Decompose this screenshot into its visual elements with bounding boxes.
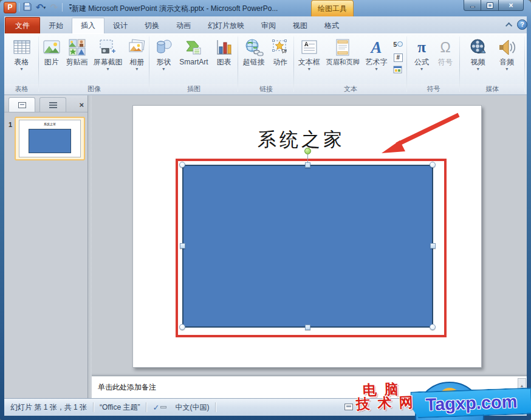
action-icon (271, 37, 289, 58)
red-annotation-arrow (92, 95, 527, 374)
normal-view-button[interactable] (344, 404, 353, 410)
spellcheck-book-icon (160, 406, 166, 408)
symbol-icon: Ω (440, 38, 450, 57)
tab-insert[interactable]: 插入 (72, 18, 104, 33)
ribbon: 表格 ▾ 表格 图片 剪贴画 (4, 33, 527, 94)
header-footer-icon (334, 37, 352, 58)
ribbon-group-media: 视频 ▾ 音频 ▾ 媒体 (460, 34, 525, 94)
shapes-button[interactable]: 形状 ▾ (152, 36, 174, 73)
picture-button[interactable]: 图片 (41, 36, 63, 67)
tab-design[interactable]: 设计 (104, 18, 136, 33)
wordart-icon: A (371, 38, 382, 57)
title-bar: P ↶ ▾ ↷ ▾ 新建 Microsoft PowerPoint 演示文稿.p… (0, 0, 531, 16)
notes-placeholder: 单击此处添加备注 (98, 382, 156, 393)
ribbon-group-images: 图片 剪贴画 屏幕截图 ▾ (39, 34, 149, 94)
scroll-up-icon: ▲ (520, 384, 524, 388)
slide-thumbnail-page: 系统之家 (19, 120, 81, 157)
table-button[interactable]: 表格 ▾ (11, 36, 33, 73)
qat-separator (19, 3, 19, 12)
save-button[interactable] (22, 2, 33, 13)
thumbnail-shape (29, 129, 71, 153)
outline-tab[interactable] (39, 97, 66, 112)
undo-button[interactable]: ↶ ▾ (35, 2, 46, 13)
hyperlink-icon (244, 37, 264, 58)
tab-home[interactable]: 开始 (40, 18, 72, 33)
equation-button[interactable]: π 公式 ▾ (413, 36, 431, 73)
status-bar: 幻灯片 第 1 张，共 1 张 “Office 主题” ✓ 中文(中国) (4, 398, 527, 416)
outline-tab-icon (49, 102, 57, 108)
ribbon-group-text: 文本框 ▾ 页眉和页脚 A 艺术字 ▾ 5 (294, 34, 407, 94)
slide-number-button[interactable]: # (391, 52, 405, 63)
notes-pane[interactable]: 单击此处添加备注 ▲ (92, 374, 527, 398)
group-label-links: 链接 (238, 84, 294, 94)
tab-transitions[interactable]: 切换 (136, 18, 168, 33)
slides-tab-icon (18, 102, 26, 108)
action-button[interactable]: 动作 (269, 36, 291, 67)
drawing-tools-contextual-header: 绘图工具 (311, 0, 354, 16)
status-theme-button[interactable]: “Office 主题” (94, 402, 146, 413)
status-slide-info: 幻灯片 第 1 张，共 1 张 (4, 402, 93, 413)
notes-scrollbar[interactable]: ▲ (518, 378, 526, 399)
powerpoint-window: P ↶ ▾ ↷ ▾ 新建 Microsoft PowerPoint 演示文稿.p… (0, 0, 531, 420)
close-icon: × (509, 1, 513, 10)
close-button[interactable]: × (498, 0, 524, 11)
minimize-icon (470, 6, 475, 8)
wordart-button[interactable]: A 艺术字 ▾ (363, 36, 389, 73)
ribbon-group-tables: 表格 ▾ 表格 (4, 34, 39, 94)
photo-album-icon (128, 37, 146, 58)
group-label-tables: 表格 (4, 84, 39, 94)
status-language-button[interactable]: 中文(中国) (169, 402, 215, 413)
header-footer-button[interactable]: 页眉和页脚 (324, 36, 361, 67)
close-panel-icon[interactable]: × (79, 102, 84, 109)
minimize-button[interactable] (464, 0, 481, 11)
redo-icon: ↷ (50, 2, 58, 13)
slides-outline-tabstrip: × (4, 95, 87, 112)
photo-album-button[interactable]: 相册 ▾ (126, 36, 148, 73)
window-title: 新建 Microsoft PowerPoint 演示文稿.pptx - Micr… (72, 4, 278, 14)
audio-button[interactable]: 音频 ▾ (496, 36, 518, 73)
qat-separator (62, 3, 63, 12)
slides-tab[interactable] (9, 97, 35, 112)
picture-icon (43, 37, 61, 58)
clipart-icon (68, 37, 86, 58)
thumbnail-title-text: 系统之家 (19, 122, 80, 126)
save-icon (22, 1, 32, 13)
smartart-button[interactable]: SmartArt (177, 36, 210, 67)
video-icon (469, 37, 487, 58)
maximize-button[interactable] (481, 0, 498, 11)
tab-animations[interactable]: 动画 (168, 18, 199, 33)
chart-button[interactable]: 图表 (213, 36, 235, 67)
maximize-icon (487, 3, 493, 8)
object-icon (393, 66, 403, 77)
tab-slideshow[interactable]: 幻灯片放映 (199, 18, 253, 33)
undo-dropdown-icon: ▾ (43, 5, 46, 10)
ribbon-group-links: 超链接 动作 链接 (238, 34, 294, 94)
status-separator (215, 402, 216, 412)
spellcheck-icon[interactable]: ✓ (152, 403, 159, 412)
tab-file[interactable]: 文件 (5, 17, 40, 33)
hyperlink-button[interactable]: 超链接 (241, 36, 267, 67)
app-menu-button[interactable]: P (4, 2, 16, 13)
date-time-button[interactable]: 5 (391, 38, 405, 50)
help-button[interactable]: ? (517, 19, 527, 30)
group-label-images: 图像 (39, 84, 149, 94)
tab-review[interactable]: 审阅 (253, 18, 284, 33)
screenshot-button[interactable]: 屏幕截图 ▾ (91, 36, 124, 73)
tab-view[interactable]: 视图 (284, 18, 316, 33)
symbol-button[interactable]: Ω 符号 (436, 36, 454, 67)
redo-button[interactable]: ↷ (49, 2, 60, 13)
video-button[interactable]: 视频 ▾ (467, 36, 489, 73)
slide-thumbnail[interactable]: 系统之家 (15, 117, 85, 160)
slide-number-icon: # (394, 53, 403, 62)
insert-object-button[interactable] (391, 65, 405, 77)
equation-icon: π (417, 38, 426, 57)
tab-format[interactable]: 格式 (316, 18, 348, 33)
clipart-button[interactable]: 剪贴画 (64, 36, 90, 67)
shapes-icon (154, 37, 173, 58)
slides-panel: × 1 系统之家 (4, 95, 88, 398)
audio-icon (498, 37, 516, 58)
group-label-media: 媒体 (460, 84, 525, 94)
textbox-button[interactable]: 文本框 ▾ (296, 36, 322, 73)
ribbon-tab-row: 文件 开始 插入 设计 切换 动画 幻灯片放映 审阅 视图 格式 (4, 16, 527, 33)
screenshot-icon (98, 37, 117, 58)
